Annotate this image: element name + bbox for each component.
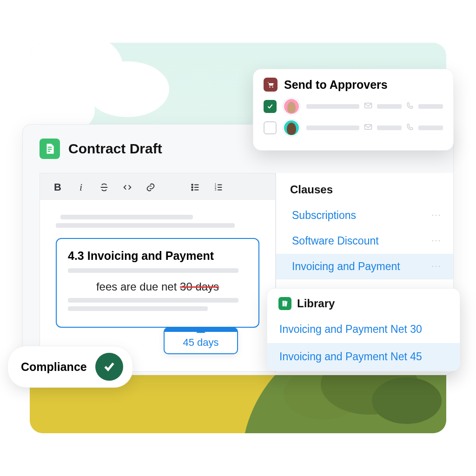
numbered-list-button[interactable]: 123	[213, 182, 224, 193]
clause-item-subscriptions[interactable]: Subscriptions ⋮	[276, 203, 453, 228]
svg-point-3	[192, 184, 193, 185]
placeholder-line	[68, 268, 238, 273]
strikethrough-button[interactable]	[99, 182, 110, 193]
library-item-net-45[interactable]: Invoicing and Payment Net 45	[267, 343, 460, 370]
active-clause-block[interactable]: 4.3 Invoicing and Payment fees are due n…	[56, 238, 259, 328]
svg-point-10	[272, 86, 273, 87]
placeholder-line	[60, 215, 193, 219]
svg-rect-12	[364, 125, 371, 130]
approver-checkbox[interactable]	[264, 121, 277, 134]
svg-point-9	[269, 86, 270, 87]
italic-button[interactable]: i	[75, 182, 86, 193]
svg-text:3: 3	[215, 188, 217, 191]
document-body[interactable]: 4.3 Invoicing and Payment fees are due n…	[40, 200, 275, 339]
approvers-title: Send to Approvers	[284, 78, 388, 92]
editor-toolbar: B i 123	[40, 173, 275, 200]
suggestion-popover[interactable]: 45 days	[164, 327, 238, 354]
kebab-icon[interactable]: ⋮	[431, 236, 442, 246]
bold-button[interactable]: B	[52, 182, 63, 193]
library-popover: Library Invoicing and Payment Net 30 Inv…	[267, 288, 460, 371]
bullet-list-button[interactable]	[190, 182, 201, 193]
link-button[interactable]	[145, 182, 156, 193]
phone-icon	[406, 123, 414, 132]
send-to-approvers-panel: Send to Approvers	[253, 69, 454, 151]
svg-point-4	[192, 187, 193, 188]
svg-rect-2	[48, 151, 50, 152]
compliance-label: Compliance	[21, 360, 87, 374]
approver-row	[264, 98, 443, 115]
library-title: Library	[297, 297, 335, 310]
avatar	[283, 119, 300, 136]
clause-item-software-discount[interactable]: Software Discount ⋮	[276, 228, 453, 254]
svg-rect-1	[48, 149, 52, 150]
page-title: Contract Draft	[68, 141, 162, 157]
cart-icon	[264, 78, 278, 92]
svg-rect-11	[364, 103, 371, 108]
document-icon	[40, 139, 60, 159]
clause-item-invoicing-and-payment[interactable]: Invoicing and Payment ⋮	[276, 254, 453, 279]
compliance-chip: Compliance	[7, 346, 133, 388]
kebab-icon[interactable]: ⋮	[431, 262, 442, 271]
approver-row	[264, 119, 443, 136]
checkmark-icon	[95, 353, 123, 381]
svg-point-5	[192, 189, 193, 191]
mail-icon	[364, 124, 372, 132]
library-icon	[278, 297, 291, 310]
code-button[interactable]	[122, 182, 133, 193]
placeholder-line	[68, 298, 238, 303]
clause-heading: 4.3 Invoicing and Payment	[68, 249, 247, 263]
phone-icon	[406, 102, 414, 111]
kebab-icon[interactable]: ⋮	[431, 211, 442, 220]
suggested-value: 45 days	[183, 337, 218, 348]
mail-icon	[364, 102, 372, 111]
approver-details	[306, 123, 443, 132]
avatar	[283, 98, 300, 115]
approver-details	[306, 102, 443, 111]
svg-rect-0	[48, 147, 52, 148]
library-item-net-30[interactable]: Invoicing and Payment Net 30	[267, 316, 460, 343]
clauses-title: Clauses	[276, 183, 453, 203]
clause-edited-line: fees are due net 30 days	[68, 280, 247, 293]
approver-checkbox[interactable]	[264, 100, 277, 113]
editor-pane: B i 123	[23, 173, 276, 372]
placeholder-line	[56, 223, 235, 228]
placeholder-line	[68, 306, 208, 311]
old-value: 30 days	[180, 280, 219, 293]
